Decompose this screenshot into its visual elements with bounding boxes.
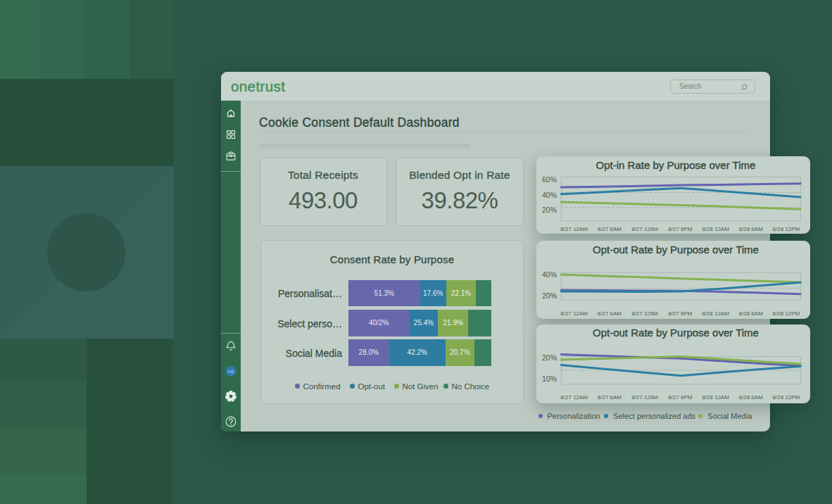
svg-text:40%: 40% — [542, 190, 557, 199]
svg-text:8/27 126M: 8/27 126M — [631, 394, 658, 401]
svg-text:8/28 12PM: 8/28 12PM — [773, 310, 800, 316]
svg-text:8/28 6AM: 8/28 6AM — [739, 226, 764, 232]
svg-text:8/27 126M: 8/27 126M — [631, 310, 658, 316]
svg-text:8/27 12AM: 8/27 12AM — [560, 310, 588, 316]
svg-text:8/27 6AM: 8/27 6AM — [598, 310, 622, 316]
svg-text:8/27 6AM: 8/27 6AM — [598, 394, 622, 401]
svg-text:8/28 12AM: 8/28 12AM — [702, 394, 729, 401]
svg-text:60%: 60% — [542, 175, 557, 184]
svg-text:8/28 12PM: 8/28 12PM — [773, 226, 800, 232]
svg-text:8/28 12PM: 8/28 12PM — [773, 394, 800, 401]
svg-text:8/27 6PM: 8/27 6PM — [668, 394, 693, 401]
svg-text:20%: 20% — [542, 291, 557, 300]
svg-text:40%: 40% — [542, 270, 557, 279]
svg-text:8/27 6PM: 8/27 6PM — [668, 310, 693, 316]
svg-text:10%: 10% — [542, 374, 557, 383]
svg-text:KB: KB — [228, 369, 234, 374]
svg-text:onetrust: onetrust — [231, 78, 285, 94]
svg-text:8/27 6AM: 8/27 6AM — [598, 226, 622, 232]
svg-text:Opt-in Rate by Purpose over Ti: Opt-in Rate by Purpose over Time — [596, 159, 756, 171]
svg-text:8/28 6AM: 8/28 6AM — [739, 310, 764, 316]
svg-text:8/28 12AM: 8/28 12AM — [702, 310, 729, 316]
svg-text:8/27 12AM: 8/27 12AM — [560, 394, 588, 401]
svg-text:8/27 6PM: 8/27 6PM — [668, 226, 693, 232]
svg-text:8/28 12AM: 8/28 12AM — [702, 226, 729, 232]
svg-text:8/27 12AM: 8/27 12AM — [560, 226, 588, 232]
svg-text:8/27 126M: 8/27 126M — [631, 226, 658, 232]
svg-text:Opt-out Rate by Purpose over T: Opt-out Rate by Purpose over Time — [593, 327, 759, 339]
svg-text:20%: 20% — [542, 206, 557, 214]
svg-text:20%: 20% — [542, 353, 557, 362]
svg-text:8/28 6AM: 8/28 6AM — [739, 394, 764, 401]
svg-text:Opt-out Rate by Purpose over T: Opt-out Rate by Purpose over Time — [593, 244, 759, 256]
